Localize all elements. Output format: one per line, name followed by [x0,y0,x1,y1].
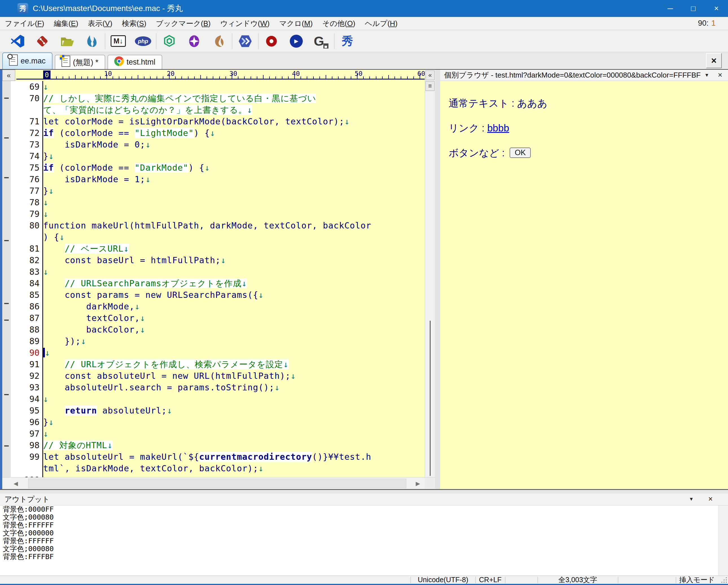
pane-divider[interactable] [435,70,440,489]
menu-item-4[interactable]: ブックマーク(B) [151,17,215,30]
output-pane-scrollbar[interactable] [718,505,728,576]
line-number: 73 [11,139,42,150]
status-char-count: 全3,003文字 [538,576,618,584]
edit-mark [2,469,11,477]
code-row: // しかし、実際に秀丸の編集ペインで指定している白・黒に基づい [43,92,425,104]
line-number: 77 [11,185,42,196]
hidemaru-app-icon: 秀 [18,3,28,14]
ruler-number: 60 [417,70,425,77]
scroll-left-arrow-icon[interactable]: ◀ [10,478,22,488]
code-token: // URLオブジェクトを作成し、検索パラメータを設定 [64,360,283,369]
output-line: 背景色:FFFFFF [3,521,718,529]
newline-mark: ↓ [258,463,264,473]
browser-text-value: あああ [517,98,547,109]
newline-mark: ↓ [107,440,112,450]
line-number: 95 [11,405,42,416]
newline-mark: ↓ [220,255,226,265]
code-token: let colorMode = isLightOrDarkMode(backCo… [43,116,344,126]
tab-test.html[interactable]: test.html [107,55,162,69]
code-token: (colorMode == [54,163,135,172]
edit-mark [2,121,11,132]
code-row: ) {↓ [43,231,425,243]
line-number: 98 [11,440,42,451]
newline-mark: ↓ [135,301,140,311]
toolbar-separator [105,33,105,49]
openai-icon[interactable] [160,32,178,50]
newline-mark: ↓ [49,417,54,427]
editor[interactable]: 6970717273747576777879808182838485868788… [2,81,425,477]
menu-item-7[interactable]: その他(O) [317,17,360,30]
menu-item-2[interactable]: 表示(V) [83,17,117,30]
code-token [43,406,64,416]
edited-line-dash [4,177,9,178]
code-row: if (colorMode == "DarkMode") {↓ [43,162,425,174]
browser-line-1: リンク : bbbb [449,121,728,136]
vscode-icon[interactable] [8,32,27,50]
newline-mark: ↓ [49,151,54,161]
record-icon[interactable] [262,32,281,50]
tab-close-button[interactable]: × [706,53,722,68]
menu-item-0[interactable]: ファイル(F) [0,17,49,30]
flame-icon[interactable] [83,32,101,50]
menu-item-8[interactable]: ヘルプ(H) [360,17,402,30]
output-line: 文字色;000080 [3,545,718,553]
edited-line-dash [4,320,9,321]
window-title: C:\Users\master\Documents\ee.mac - 秀丸 [33,0,183,17]
line-number: 83 [11,266,42,277]
menu-item-6[interactable]: マクロ(M) [274,17,317,30]
edit-mark [2,377,11,389]
code-row: ↓ [43,196,425,208]
edit-mark [2,394,11,406]
ruler-collapse-button[interactable]: « [2,70,15,81]
menu-item-3[interactable]: 検索(S) [117,17,151,30]
code-row: let absoluteUrl = makeUrl(`${currentmacr… [43,451,425,462]
newline-mark: ↓ [59,232,64,242]
sparkle-icon[interactable] [185,32,203,50]
browser-pane-collapse-icon[interactable]: ▼ [701,70,712,81]
toolbar-separator [232,33,232,49]
scroll-right-arrow-icon[interactable]: ▶ [412,478,423,488]
code-row: const absoluteUrl = new URL(htmlFullPath… [43,370,425,382]
resize-grip[interactable] [721,577,727,583]
chevrons-icon[interactable] [236,32,254,50]
output-pane-collapse-icon[interactable]: ▼ [686,494,697,505]
line-number: 72 [11,127,42,139]
php-icon[interactable]: php [134,32,152,50]
code-text-area[interactable]: ↓// しかし、実際に秀丸の編集ペインで指定している白・黒に基づいて、「実質的に… [43,81,425,477]
newline-mark: ↓ [258,290,264,300]
menu-item-5[interactable]: ウィンドウ(W) [215,17,274,30]
claw-icon[interactable] [210,32,228,50]
edit-mark [2,98,11,121]
horizontal-scroll-thumb[interactable] [28,479,406,488]
maximize-button[interactable]: □ [682,0,705,17]
edit-mark [2,137,11,149]
g-save-icon[interactable]: G [312,32,330,50]
close-button[interactable]: × [705,0,728,17]
edit-mark [2,429,11,440]
tab-ee.mac[interactable]: ee.mac [2,52,52,69]
tab--[interactable]: (無題) * [55,55,105,69]
browser-link[interactable]: bbbb [487,123,509,133]
ok-button[interactable]: OK [510,148,531,158]
scrollbar-collapse-button[interactable]: « [425,71,435,80]
horizontal-splitter[interactable] [0,489,728,494]
markdown-icon[interactable]: M↓ [109,32,127,50]
output-pane-close-icon[interactable]: × [705,494,716,505]
editor-vertical-scrollbar[interactable]: « ≡ [425,70,435,477]
output-pane-title: アウトプット [4,494,50,505]
code-token: (colorMode == [54,128,135,138]
newline-mark: ↓ [275,382,280,392]
code-token [43,360,64,369]
git-icon[interactable] [33,32,51,50]
editor-horizontal-scrollbar[interactable]: ◀ ▶ [2,477,435,489]
scrollbar-corner [425,478,435,489]
folder-open-icon[interactable] [58,32,76,50]
menu-item-1[interactable]: 編集(E) [49,17,83,30]
play-icon[interactable]: ▶ [287,32,305,50]
scrollbar-list-button[interactable]: ≡ [425,81,435,91]
vertical-scroll-thumb[interactable] [430,321,431,476]
hidemaru-icon[interactable]: 秀 [338,32,356,50]
code-row: const baseUrl = htmlFullPath;↓ [43,255,425,266]
browser-pane-close-icon[interactable]: × [714,70,726,81]
minimize-button[interactable]: ─ [658,0,682,17]
